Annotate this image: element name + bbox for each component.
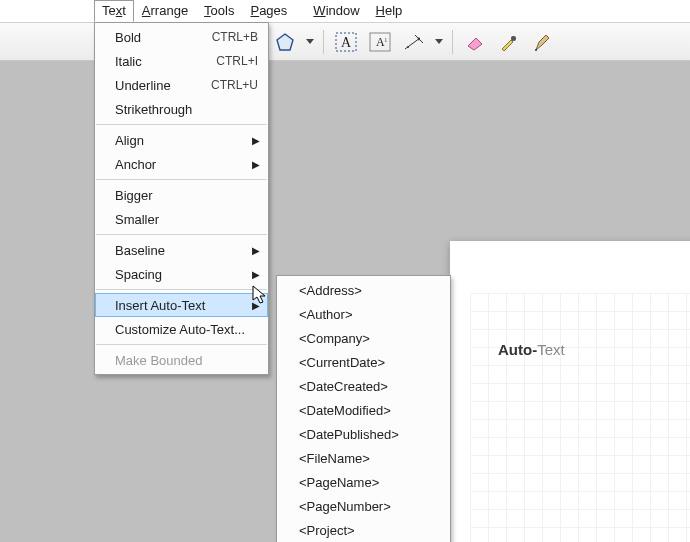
menu-item-label: Make Bounded: [115, 353, 258, 368]
svg-text:1: 1: [384, 36, 388, 44]
auto-text-option[interactable]: <Project>: [277, 518, 450, 542]
menu-item-label: Smaller: [115, 212, 258, 227]
auto-text-option-label: <PageNumber>: [299, 499, 391, 514]
chevron-down-icon: [435, 38, 443, 46]
eyedropper-icon: [498, 32, 520, 52]
auto-text-option[interactable]: <PageName>: [277, 470, 450, 494]
menu-item-label: Customize Auto-Text...: [115, 322, 258, 337]
menu-pages[interactable]: Pages: [242, 0, 295, 22]
auto-text-option-label: <CurrentDate>: [299, 355, 385, 370]
menu-item-label: Insert Auto-Text: [115, 298, 258, 313]
pen-tool[interactable]: [528, 27, 558, 57]
dimension-icon: [403, 32, 425, 52]
document-page[interactable]: Auto-Text: [450, 241, 690, 542]
menu-item-bold[interactable]: BoldCTRL+B: [95, 25, 268, 49]
svg-marker-11: [435, 39, 443, 44]
svg-marker-0: [277, 34, 293, 50]
auto-text-option-label: <Project>: [299, 523, 355, 538]
menu-separator: [96, 289, 267, 290]
toolbar-separator: [452, 30, 453, 54]
auto-text-option[interactable]: <Address>: [277, 278, 450, 302]
eyedropper-tool[interactable]: [494, 27, 524, 57]
svg-line-9: [415, 35, 423, 43]
menu-item-insert-auto-text[interactable]: Insert Auto-Text▶: [95, 293, 268, 317]
svg-rect-12: [511, 36, 516, 41]
auto-text-option[interactable]: <Company>: [277, 326, 450, 350]
auto-text-option-label: <DatePublished>: [299, 427, 399, 442]
dimension-tool[interactable]: [399, 27, 429, 57]
menu-item-label: Baseline: [115, 243, 258, 258]
menu-item-label: Spacing: [115, 267, 258, 282]
menu-arrange[interactable]: Arrange: [134, 0, 196, 22]
auto-text-prefix: Auto-: [498, 341, 537, 358]
text-menu: BoldCTRL+BItalicCTRL+IUnderlineCTRL+UStr…: [94, 22, 269, 375]
menu-item-align[interactable]: Align▶: [95, 128, 268, 152]
text-frame-icon: A: [335, 32, 357, 52]
menu-item-baseline[interactable]: Baseline▶: [95, 238, 268, 262]
menu-text[interactable]: Text: [94, 0, 134, 22]
auto-text-option[interactable]: <DatePublished>: [277, 422, 450, 446]
text-label-tool[interactable]: A 1: [365, 27, 395, 57]
menu-item-italic[interactable]: ItalicCTRL+I: [95, 49, 268, 73]
menu-separator: [96, 179, 267, 180]
text-label-icon: A 1: [369, 32, 391, 52]
insert-auto-text-submenu: <Address><Author><Company><CurrentDate><…: [276, 275, 451, 542]
dimension-dropdown[interactable]: [433, 38, 445, 46]
menu-item-accelerator: CTRL+U: [211, 78, 258, 92]
auto-text-option-label: <FileName>: [299, 451, 370, 466]
menu-item-customize-auto-text[interactable]: Customize Auto-Text...: [95, 317, 268, 341]
menu-item-underline[interactable]: UnderlineCTRL+U: [95, 73, 268, 97]
svg-text:A: A: [341, 35, 352, 50]
auto-text-option[interactable]: <Author>: [277, 302, 450, 326]
toolbar-separator: [323, 30, 324, 54]
submenu-arrow-icon: ▶: [252, 269, 260, 280]
menu-window[interactable]: Window: [305, 0, 367, 22]
menu-item-label: Underline: [115, 78, 211, 93]
polygon-tool[interactable]: [270, 27, 300, 57]
pen-icon: [532, 32, 554, 52]
menu-separator: [96, 344, 267, 345]
page-grid: [470, 293, 690, 542]
menu-item-accelerator: CTRL+B: [212, 30, 258, 44]
menu-help[interactable]: Help: [368, 0, 411, 22]
auto-text-option-label: <Company>: [299, 331, 370, 346]
auto-text-option-label: <Author>: [299, 307, 353, 322]
auto-text-option-label: <DateModified>: [299, 403, 391, 418]
menu-item-smaller[interactable]: Smaller: [95, 207, 268, 231]
menu-item-label: Anchor: [115, 157, 258, 172]
menu-item-accelerator: CTRL+I: [216, 54, 258, 68]
menu-item-strikethrough[interactable]: Strikethrough: [95, 97, 268, 121]
menu-item-make-bounded: Make Bounded: [95, 348, 268, 372]
auto-text-option-label: <DateCreated>: [299, 379, 388, 394]
eraser-icon: [464, 32, 486, 52]
menu-item-bigger[interactable]: Bigger: [95, 183, 268, 207]
submenu-arrow-icon: ▶: [252, 300, 260, 311]
auto-text-option-label: <PageName>: [299, 475, 379, 490]
auto-text-option[interactable]: <CurrentDate>: [277, 350, 450, 374]
auto-text-option[interactable]: <DateCreated>: [277, 374, 450, 398]
polygon-dropdown[interactable]: [304, 38, 316, 46]
menu-item-label: Bigger: [115, 188, 258, 203]
auto-text-option[interactable]: <DateModified>: [277, 398, 450, 422]
menu-separator: [96, 124, 267, 125]
svg-marker-1: [306, 39, 314, 44]
menu-item-label: Align: [115, 133, 258, 148]
eraser-tool[interactable]: [460, 27, 490, 57]
submenu-arrow-icon: ▶: [252, 135, 260, 146]
auto-text-rest: Text: [537, 341, 565, 358]
auto-text-option[interactable]: <FileName>: [277, 446, 450, 470]
menu-item-spacing[interactable]: Spacing▶: [95, 262, 268, 286]
submenu-arrow-icon: ▶: [252, 245, 260, 256]
svg-point-13: [535, 49, 537, 51]
auto-text-option[interactable]: <PageNumber>: [277, 494, 450, 518]
menu-item-label: Bold: [115, 30, 212, 45]
svg-point-10: [407, 46, 409, 48]
menu-item-label: Strikethrough: [115, 102, 258, 117]
auto-text-placeholder: Auto-Text: [498, 341, 565, 358]
text-frame-tool[interactable]: A: [331, 27, 361, 57]
menu-item-anchor[interactable]: Anchor▶: [95, 152, 268, 176]
menu-item-label: Italic: [115, 54, 216, 69]
auto-text-option-label: <Address>: [299, 283, 362, 298]
polygon-icon: [275, 32, 295, 52]
menu-tools[interactable]: Tools: [196, 0, 242, 22]
